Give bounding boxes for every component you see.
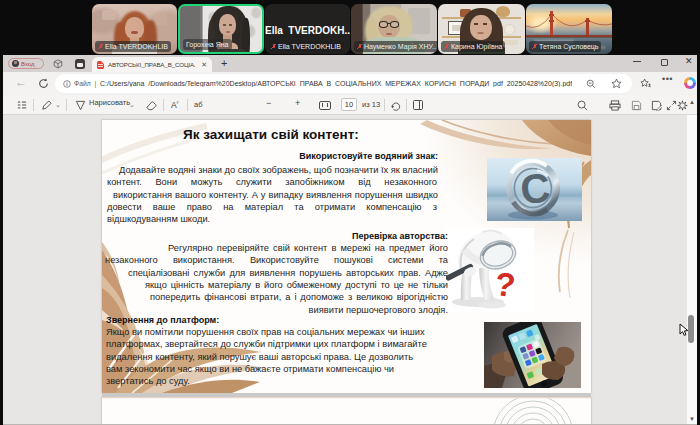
svg-text:C: C bbox=[518, 164, 552, 213]
